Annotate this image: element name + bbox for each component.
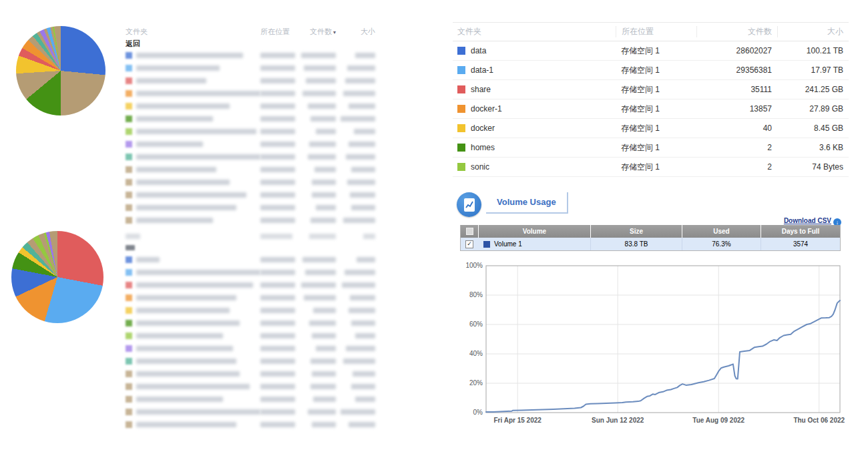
blurred-folder-row[interactable] <box>126 304 375 316</box>
col-filecount[interactable]: 文件数 <box>696 26 777 37</box>
select-all-checkbox[interactable] <box>461 225 478 238</box>
blurred-folder-row[interactable] <box>126 87 375 99</box>
blurred-folder-row[interactable] <box>126 329 375 342</box>
blurred-folder-row[interactable] <box>126 188 375 201</box>
volume-table-header: Volume Size Used Days to Full <box>461 225 840 238</box>
folder-color-swatch <box>457 85 465 93</box>
folder-row[interactable]: sonic存储空间 1274 Bytes <box>453 158 849 177</box>
blurred-folder-row[interactable] <box>126 418 375 431</box>
folder-location: 存储空间 1 <box>616 162 696 173</box>
folder-table-body: data存储空间 128602027100.21 TBdata-1存储空间 12… <box>453 41 849 177</box>
blurred-folder-row[interactable] <box>126 163 375 176</box>
blurred-folder-row[interactable] <box>126 214 375 226</box>
volume-used-cell: 76.3% <box>682 238 761 250</box>
blurred-folder-row[interactable] <box>126 291 375 304</box>
bottom-folder-table <box>126 230 375 431</box>
folder-color-swatch <box>126 141 132 148</box>
folder-color-swatch <box>126 383 132 390</box>
blurred-folder-row[interactable] <box>126 150 375 163</box>
blurred-folder-row[interactable] <box>126 342 375 355</box>
folder-row[interactable]: homes存储空间 123.6 KB <box>453 138 849 158</box>
blurred-folder-row[interactable] <box>126 176 375 188</box>
folder-location: 存储空间 1 <box>616 103 696 115</box>
folder-color-swatch <box>126 371 132 377</box>
top-table-header: 文件夹 所在位置 文件数▾ 大小 <box>126 25 375 38</box>
folder-location: 存储空间 1 <box>616 45 696 57</box>
folder-size: 241.25 GB <box>777 85 849 94</box>
folder-color-swatch <box>126 421 132 428</box>
col-location[interactable]: 所在位置 <box>260 27 298 37</box>
folder-color-swatch <box>126 256 132 263</box>
volume-usage-line-chart: 0%20%40%60%80%100%Fri Apr 15 2022Sun Jun… <box>459 260 848 430</box>
volume-row: ✓ Volume 1 83.8 TB 76.3% 3574 <box>461 238 840 250</box>
blurred-folder-row[interactable] <box>126 367 375 380</box>
back-link[interactable]: 返回 <box>126 38 375 49</box>
blurred-folder-row[interactable] <box>126 201 375 214</box>
blurred-folder-row[interactable] <box>126 266 375 278</box>
blurred-back-link[interactable] <box>126 242 375 253</box>
col-folder[interactable]: 文件夹 <box>453 26 616 37</box>
blurred-folder-rows <box>126 49 375 226</box>
folder-row[interactable]: data存储空间 128602027100.21 TB <box>453 41 849 61</box>
col-size[interactable]: 大小 <box>336 27 375 37</box>
svg-text:80%: 80% <box>469 291 483 298</box>
col-volume: Volume <box>478 225 590 238</box>
svg-text:40%: 40% <box>469 350 483 357</box>
blurred-folder-row[interactable] <box>126 99 375 112</box>
folder-row[interactable]: docker-1存储空间 11385727.89 GB <box>453 99 849 119</box>
folder-color-swatch <box>126 269 132 276</box>
folder-filecount: 35111 <box>696 85 777 94</box>
download-csv-link[interactable]: Download CSV <box>784 217 831 224</box>
folder-color-swatch <box>126 409 132 415</box>
top-folder-table: 文件夹 所在位置 文件数▾ 大小 返回 <box>126 25 375 226</box>
col-size: Size <box>590 225 682 238</box>
folder-color-swatch <box>126 358 132 365</box>
blurred-folder-row[interactable] <box>126 49 375 61</box>
folder-row[interactable]: data-1存储空间 12935638117.97 TB <box>453 61 849 80</box>
folder-name: homes <box>471 143 495 152</box>
col-filecount[interactable]: 文件数▾ <box>298 27 336 37</box>
folder-color-swatch <box>126 90 132 97</box>
folder-filecount: 2 <box>696 162 777 172</box>
blurred-folder-row[interactable] <box>126 316 375 329</box>
col-location[interactable]: 所在位置 <box>616 26 696 37</box>
blurred-folder-row[interactable] <box>126 74 375 87</box>
blurred-folder-row[interactable] <box>126 355 375 367</box>
folder-filecount: 13857 <box>696 104 777 113</box>
folder-size: 27.89 GB <box>777 104 849 113</box>
folder-color-swatch <box>126 179 132 186</box>
blurred-folder-row[interactable] <box>126 125 375 138</box>
blurred-folder-row[interactable] <box>126 112 375 125</box>
folder-color-swatch <box>126 282 132 288</box>
col-size[interactable]: 大小 <box>777 26 849 37</box>
volume-legend-swatch <box>483 241 490 248</box>
folder-filecount: 29356381 <box>696 65 777 75</box>
blurred-folder-row[interactable] <box>126 278 375 291</box>
folder-size: 17.97 TB <box>777 65 849 75</box>
folder-color-swatch <box>126 320 132 326</box>
folder-row[interactable]: share存储空间 135111241.25 GB <box>453 80 849 99</box>
folder-table-header: 文件夹 所在位置 文件数 大小 <box>453 23 849 41</box>
svg-text:Sun Jun 12 2022: Sun Jun 12 2022 <box>592 417 644 424</box>
svg-text:60%: 60% <box>469 320 483 328</box>
blurred-folder-row[interactable] <box>126 61 375 74</box>
col-folder[interactable]: 文件夹 <box>126 27 260 37</box>
blurred-folder-row[interactable] <box>126 138 375 150</box>
top-folder-pie-chart <box>16 26 105 116</box>
folder-color-swatch <box>457 124 465 132</box>
bottom-folder-pie-chart <box>11 231 103 323</box>
volume-checkbox[interactable]: ✓ <box>461 238 478 250</box>
svg-text:20%: 20% <box>469 379 483 387</box>
folder-row[interactable]: docker存储空间 1408.45 GB <box>453 119 849 138</box>
folder-location: 存储空间 1 <box>616 142 696 154</box>
volume-size-cell: 83.8 TB <box>590 238 682 250</box>
folder-size: 3.6 KB <box>777 143 849 152</box>
folder-name: sonic <box>471 162 489 172</box>
blurred-folder-row[interactable] <box>126 253 375 266</box>
volume-table: Volume Size Used Days to Full ✓ Volume 1… <box>460 225 841 251</box>
blurred-folder-row[interactable] <box>126 393 375 405</box>
svg-text:Thu Oct 06 2022: Thu Oct 06 2022 <box>793 417 845 424</box>
blurred-folder-row[interactable] <box>126 380 375 393</box>
blurred-folder-row[interactable] <box>126 405 375 418</box>
folder-location: 存储空间 1 <box>616 65 696 76</box>
